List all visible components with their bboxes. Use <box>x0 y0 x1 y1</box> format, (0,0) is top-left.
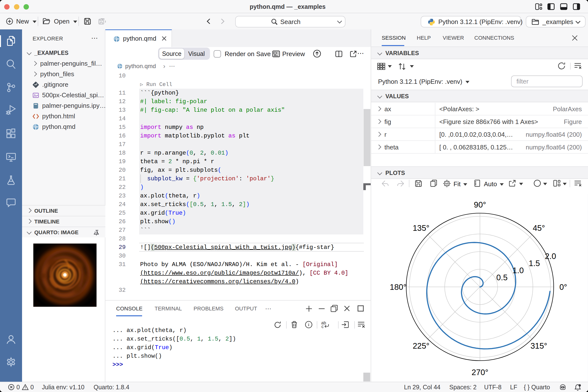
svg-text:270°: 270° <box>472 368 488 377</box>
svg-text:0°: 0° <box>559 282 567 292</box>
svg-text:0.5: 0.5 <box>496 273 508 282</box>
svg-text:45°: 45° <box>533 224 545 232</box>
svg-text:1.0: 1.0 <box>512 266 524 275</box>
svg-text:315°: 315° <box>530 341 547 350</box>
svg-text:1.5: 1.5 <box>529 259 540 268</box>
svg-text:180°: 180° <box>390 282 406 292</box>
svg-text:2.0: 2.0 <box>545 252 556 261</box>
svg-text:90°: 90° <box>474 200 486 209</box>
svg-text:135°: 135° <box>412 224 429 232</box>
svg-text:225°: 225° <box>412 341 429 350</box>
